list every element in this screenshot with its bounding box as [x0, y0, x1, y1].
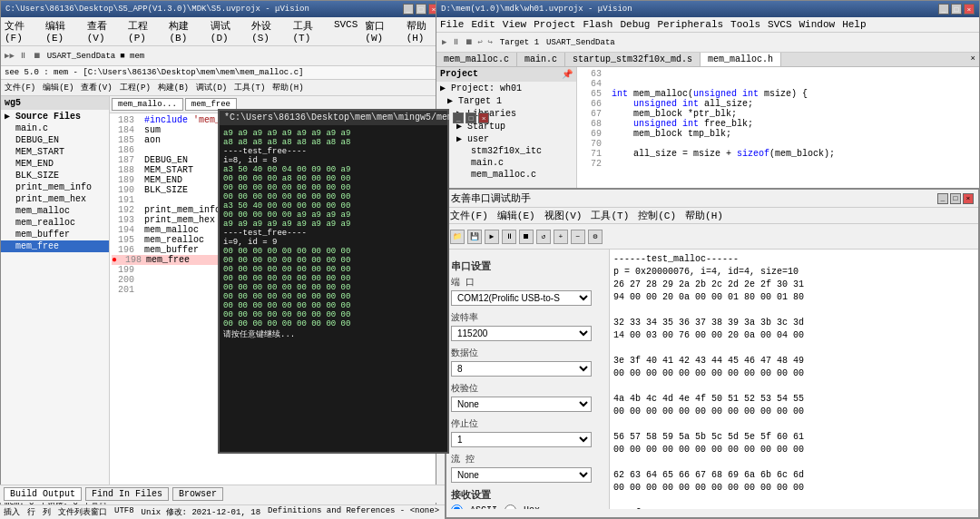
sidebar-item-main[interactable]: main.c [1, 122, 109, 134]
serial-play-icon[interactable]: ▶ [485, 230, 499, 244]
tab-mem-malloc[interactable]: mem_mallo... [112, 98, 183, 111]
ide2-menu-svcs[interactable]: SVCS [768, 19, 791, 30]
sm-build2[interactable]: 构建(B) [158, 82, 189, 93]
flow-select[interactable]: None [451, 467, 592, 483]
sidebar-item-malloc[interactable]: mem_malloc [1, 205, 109, 217]
maximize-button[interactable]: □ [416, 4, 426, 15]
ide2-menu-view[interactable]: View [503, 19, 526, 30]
sidebar-item-source[interactable]: ▶ Source Files [1, 110, 109, 122]
menu-view[interactable]: 查看(V) [87, 19, 121, 44]
minimize-button[interactable]: _ [403, 4, 414, 15]
serial-menu-edit[interactable]: 编辑(E) [497, 209, 535, 222]
parity-select[interactable]: None [451, 397, 592, 412]
ide2-menu-window[interactable]: Window [799, 19, 836, 30]
serial-settings-icon[interactable]: ⚙ [588, 230, 603, 244]
tab-startup[interactable]: startup_stm32f10x_md.s [565, 53, 701, 66]
sidebar-item-buffer[interactable]: mem_buffer [1, 229, 109, 240]
tab-build-output[interactable]: Build Output [4, 487, 82, 501]
project-pin-icon[interactable]: 📌 [562, 69, 573, 80]
sidebar-item-printinfo[interactable]: print_mem_info [1, 181, 109, 193]
serial-minus-icon[interactable]: − [571, 230, 585, 244]
serial-open-icon[interactable]: 📁 [450, 230, 465, 244]
serial-refresh-icon[interactable]: ↺ [536, 230, 551, 244]
project-mem-malloc[interactable]: mem_malloc.c [436, 169, 576, 181]
sm-project2[interactable]: 工程(P) [120, 82, 151, 93]
ide1-secondary-menu: 文件(F) 编辑(E) 查看(V) 工程(P) 构建(B) 调试(D) 工具(T… [1, 80, 444, 96]
tab-find-files[interactable]: Find In Files [85, 487, 169, 501]
ide2-menu-flash[interactable]: Flash [583, 19, 612, 30]
ide2-menu-file[interactable]: File [440, 19, 464, 30]
menu-debug[interactable]: 调试(D) [211, 19, 244, 44]
sidebar-item-realloc[interactable]: mem_realloc [1, 217, 109, 229]
tab-mem-malloc-c[interactable]: mem_malloc.c [436, 53, 517, 66]
terminal-content[interactable]: a9 a9 a9 a9 a9 a9 a9 a9 a9 a8 a8 a8 a8 a… [220, 125, 447, 448]
ide2-menu-help[interactable]: Help [842, 19, 866, 30]
tab-mem-malloc-h[interactable]: mem_malloc.h [701, 53, 781, 66]
term-line-7: 00 00 00 00 00 00 00 00 00 [223, 183, 444, 192]
tab-main-c[interactable]: main.c [517, 53, 565, 66]
sm-help2[interactable]: 帮助(H) [272, 82, 303, 93]
serial-save-icon[interactable]: 💾 [467, 230, 482, 244]
serial-pause-icon[interactable]: ⏸ [502, 230, 516, 244]
sidebar-item-blksize[interactable]: BLK_SIZE [1, 170, 109, 181]
sidebar-item-free[interactable]: mem_free [1, 240, 109, 252]
status-insert: 插入 [4, 506, 20, 518]
baud-select[interactable]: 115200 [451, 326, 592, 341]
stop-select[interactable]: 1 [451, 432, 592, 447]
ide2-minimize[interactable]: _ [938, 4, 949, 15]
port-select[interactable]: COM12(Prolific USB-to-S [451, 290, 592, 306]
project-user[interactable]: ▶ user [436, 132, 576, 145]
menu-file[interactable]: 文件(F) [5, 19, 38, 44]
sidebar-item-debug[interactable]: DEBUG_EN [1, 134, 109, 146]
tab-close-icon[interactable]: × [967, 53, 979, 66]
data-select[interactable]: 8 [451, 361, 592, 377]
serial-minimize[interactable]: _ [937, 193, 948, 204]
sidebar-item-memend[interactable]: MEM_END [1, 158, 109, 170]
mem-label: ■ mem [120, 52, 144, 61]
sidebar-item-printhex[interactable]: print_mem_hex [1, 193, 109, 205]
sm-tools2[interactable]: 工具(T) [234, 82, 265, 93]
ide2-menu-peripherals[interactable]: Peripherals [657, 19, 723, 30]
sm-file[interactable]: 文件(F) [5, 82, 35, 93]
menu-project[interactable]: 工程(P) [128, 19, 162, 44]
status-col: 列 [43, 506, 51, 518]
project-main[interactable]: main.c [436, 157, 576, 169]
recv-hex-radio[interactable] [505, 504, 516, 509]
sidebar-item-memstart[interactable]: MEM_START [1, 146, 109, 158]
output-line-18: 62 63 64 65 66 67 68 69 6a 6b 6c 6d [613, 469, 975, 482]
serial-menu-tools[interactable]: 工具(T) [591, 209, 629, 222]
serial-add-icon[interactable]: + [554, 230, 568, 244]
serial-close[interactable]: × [963, 193, 974, 204]
ide2-maximize[interactable]: □ [951, 4, 962, 15]
serial-menu-file[interactable]: 文件(F) [450, 209, 488, 222]
terminal-minimize[interactable]: _ [453, 113, 464, 123]
ide2-menu-project[interactable]: Project [534, 19, 575, 30]
ide2-menu-debug[interactable]: Debug [620, 19, 650, 30]
project-target[interactable]: ▶ Target 1 [436, 94, 576, 107]
menu-window[interactable]: 窗口(W) [365, 19, 398, 44]
terminal-maximize[interactable]: □ [466, 113, 476, 123]
ide2-close[interactable]: × [964, 4, 975, 15]
sm-search[interactable]: 查看(V) [81, 82, 112, 93]
serial-menu-control[interactable]: 控制(C) [638, 209, 676, 222]
serial-menu-view[interactable]: 视图(V) [544, 209, 583, 222]
sm-debug2[interactable]: 调试(D) [196, 82, 227, 93]
terminal-close[interactable]: × [478, 113, 489, 123]
ide2-menu-tools[interactable]: Tools [730, 19, 760, 30]
menu-build[interactable]: 构建(B) [169, 19, 202, 44]
sm-edit[interactable]: 编辑(E) [43, 82, 74, 93]
ide1-sidebar: wg5 ▶ Source Files main.c DEBUG_EN MEM_S… [1, 96, 110, 519]
serial-stop-icon[interactable]: ⏹ [519, 230, 534, 244]
menu-tools[interactable]: 工具(T) [293, 19, 327, 44]
menu-svcs[interactable]: SVCS [334, 19, 358, 44]
tab-browser[interactable]: Browser [172, 487, 223, 501]
project-root[interactable]: ▶ Project: wh01 [436, 82, 576, 94]
ide2-menu-edit[interactable]: Edit [471, 19, 495, 30]
recv-ascii-radio[interactable] [451, 504, 463, 509]
project-stm32[interactable]: stm32f10x_itc [436, 145, 576, 157]
term-line-6: 00 00 00 00 a8 00 00 00 00 [223, 174, 444, 183]
serial-menu-help[interactable]: 帮助(H) [685, 209, 723, 222]
menu-peripherals[interactable]: 外设(S) [251, 19, 285, 44]
menu-edit[interactable]: 编辑(E) [45, 19, 79, 44]
serial-maximize[interactable]: □ [950, 193, 961, 204]
